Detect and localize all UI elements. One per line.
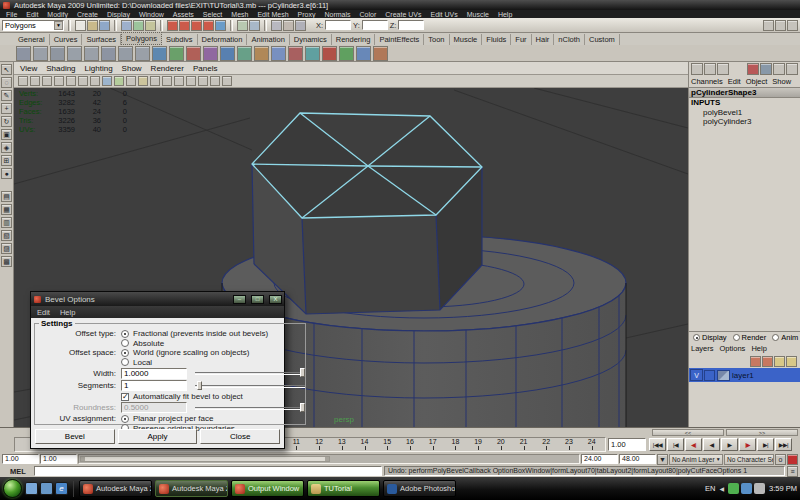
play-forwards-button[interactable]: ▶	[721, 438, 738, 451]
step-forward-key-button[interactable]: |▶	[739, 438, 756, 451]
merge-vertex-icon[interactable]	[339, 46, 354, 61]
bridge-icon[interactable]	[305, 46, 320, 61]
render-view-icon[interactable]	[271, 20, 282, 31]
internet-explorer-icon[interactable]: e	[55, 482, 68, 495]
offset-space-local-radio[interactable]	[121, 358, 129, 366]
material-ball-icon[interactable]	[760, 63, 772, 75]
menu-set-selector[interactable]: Polygons▼	[2, 20, 64, 31]
ipr-render-icon[interactable]	[283, 20, 294, 31]
width-slider[interactable]	[195, 368, 305, 378]
shelf-tab[interactable]: nCloth	[554, 34, 585, 45]
layout-four-pane-icon[interactable]: ▦	[1, 204, 12, 215]
menu-item[interactable]: Muscle	[467, 11, 489, 18]
volume-icon[interactable]	[754, 483, 765, 494]
shelf-tab[interactable]: Fur	[511, 34, 531, 45]
snap-plane-icon[interactable]	[203, 20, 214, 31]
snap-live-icon[interactable]	[215, 20, 226, 31]
new-scene-icon[interactable]	[75, 20, 86, 31]
playback-start-field[interactable]: 1.00	[40, 454, 77, 464]
mirror-geometry-icon[interactable]	[356, 46, 371, 61]
menu-item[interactable]: Edit Mesh	[257, 11, 288, 18]
apply-button[interactable]: Apply	[118, 429, 198, 444]
layer-editor-mode-radio[interactable]: Anim	[772, 333, 798, 342]
playback-options-icon[interactable]: ▼	[657, 454, 668, 465]
selected-shape-name[interactable]: pCylinderShape3	[689, 87, 800, 98]
camera-attributes-icon[interactable]	[186, 76, 196, 86]
x-coordinate-field[interactable]	[325, 20, 351, 30]
shelf-tab[interactable]: Hair	[532, 34, 555, 45]
width-field[interactable]	[121, 368, 187, 379]
menu-item[interactable]: Edit UVs	[430, 11, 457, 18]
step-forward-frame-button[interactable]: ▶|	[757, 438, 774, 451]
step-back-key-button[interactable]: ◀|	[685, 438, 702, 451]
delete-layer-icon[interactable]	[762, 356, 773, 367]
dialog-titlebar[interactable]: Bevel Options – □ X	[31, 292, 284, 306]
dialog-close-button[interactable]: X	[269, 295, 282, 304]
frame-tick[interactable]: 11	[285, 438, 308, 451]
panel-collapse-left-button[interactable]: <<	[652, 429, 724, 436]
play-backwards-button[interactable]: ◀	[703, 438, 720, 451]
layer-color-swatch[interactable]	[717, 370, 730, 381]
lasso-tool-icon[interactable]: ◌	[1, 77, 12, 88]
shelf-tab[interactable]: Curves	[50, 34, 83, 45]
view-cube-icon[interactable]	[222, 76, 232, 86]
animation-start-field[interactable]: 1.00	[2, 454, 39, 464]
frame-tick[interactable]: 17	[421, 438, 444, 451]
scale-tool-icon[interactable]: ▣	[1, 129, 12, 140]
offset-type-fractional-radio[interactable]	[121, 330, 129, 338]
mel-label[interactable]: MEL	[10, 467, 32, 476]
wireframe-mode-icon[interactable]	[102, 76, 112, 86]
manip-speed-slow-icon[interactable]	[691, 63, 703, 75]
light-channel-icon[interactable]	[786, 63, 798, 75]
mel-input[interactable]	[34, 466, 382, 476]
lighting-mode-icon[interactable]	[138, 76, 148, 86]
render-settings-icon[interactable]	[295, 20, 306, 31]
layout-single-pane-icon[interactable]: ▤	[1, 191, 12, 202]
shelf-tab[interactable]: Dynamics	[290, 34, 332, 45]
boolean-union-icon[interactable]	[254, 46, 269, 61]
universal-manipulator-icon[interactable]: ◈	[1, 142, 12, 153]
menu-item[interactable]: Color	[360, 11, 377, 18]
tray-collapse-icon[interactable]: ◀	[719, 485, 724, 492]
select-hierarchy-icon[interactable]	[121, 20, 132, 31]
color-channels-icon[interactable]	[747, 63, 759, 75]
menu-item[interactable]: Create	[77, 11, 98, 18]
poly-plane-icon[interactable]	[84, 46, 99, 61]
anim-layer-dropdown[interactable]: No Anim Layer▼	[669, 454, 723, 465]
menu-item[interactable]: Help	[498, 11, 512, 18]
menu-item[interactable]: Window	[139, 11, 164, 18]
shelf-tab[interactable]: Deformation	[198, 34, 248, 45]
layer-visibility-toggle[interactable]: V	[690, 369, 703, 381]
bookmarks-icon[interactable]	[198, 76, 208, 86]
construction-history-icon[interactable]	[249, 20, 260, 31]
edit-layer-icon[interactable]	[750, 356, 761, 367]
manip-speed-fast-icon[interactable]	[717, 63, 729, 75]
go-to-end-button[interactable]: ▶▶|	[775, 438, 792, 451]
taskbar-button-photoshop[interactable]: Adobe Photoshop	[383, 480, 456, 497]
menu-item[interactable]: Display	[107, 11, 130, 18]
menu-item[interactable]: Edit	[26, 11, 38, 18]
dialog-menu-item[interactable]: Edit	[37, 308, 50, 317]
film-gate-icon[interactable]	[30, 76, 40, 86]
frame-tick[interactable]: 18	[444, 438, 467, 451]
animation-end-field[interactable]: 48.00	[619, 454, 656, 464]
save-scene-icon[interactable]	[99, 20, 110, 31]
textured-mode-icon[interactable]	[126, 76, 136, 86]
segments-slider[interactable]	[195, 381, 305, 391]
y-coordinate-field[interactable]	[362, 20, 388, 30]
frame-tick[interactable]: 21	[512, 438, 535, 451]
step-back-frame-button[interactable]: |◀	[667, 438, 684, 451]
taskbar-button-maya-1[interactable]: Autodesk Maya 200...	[79, 480, 152, 497]
poly-cube-icon[interactable]	[33, 46, 48, 61]
frame-tick[interactable]: 13	[330, 438, 353, 451]
segments-field[interactable]	[121, 380, 187, 391]
split-polygon-icon[interactable]	[322, 46, 337, 61]
playback-end-field[interactable]: 24.00	[581, 454, 618, 464]
uv-planar-radio[interactable]	[121, 415, 129, 423]
shelf-tab[interactable]: Fluids	[482, 34, 511, 45]
extrude-icon[interactable]	[271, 46, 286, 61]
autofit-checkbox[interactable]	[121, 393, 129, 401]
poly-sphere-icon[interactable]	[16, 46, 31, 61]
grid-toggle-icon[interactable]	[18, 76, 28, 86]
show-manipulator-icon[interactable]: ⊞	[1, 155, 12, 166]
